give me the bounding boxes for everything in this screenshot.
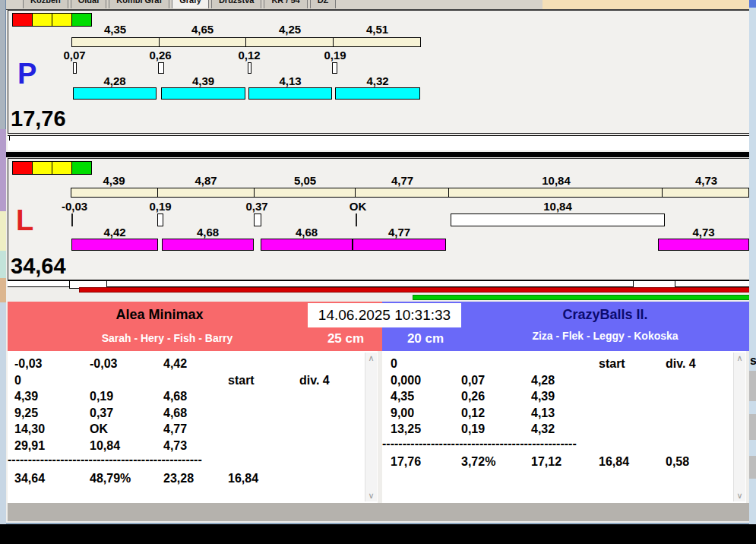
bottom-value: 4,13 — [279, 74, 301, 87]
tab-kr-54[interactable]: KR / 54 — [264, 0, 307, 8]
indicator-lights-l — [13, 161, 92, 175]
bar-segment — [160, 38, 247, 46]
score-cell: 4,77 — [163, 422, 187, 436]
sliver-block — [749, 456, 756, 479]
tab-gr-fy[interactable]: Gráfy — [172, 0, 209, 8]
score-cell: 16,84 — [228, 472, 258, 485]
segment-value: 4,73 — [695, 174, 717, 187]
score-cell: 9,25 — [14, 406, 38, 420]
indicator-light — [52, 13, 72, 27]
sliver-block — [749, 0, 756, 8]
chevron-down-icon[interactable]: ∨ — [734, 491, 745, 501]
score-cell: 34,64 — [14, 472, 45, 485]
bottom-value: 4,68 — [296, 226, 318, 239]
scrollbar-left[interactable]: ∧ ∨ — [365, 353, 377, 501]
score-cell: -0,03 — [90, 357, 117, 371]
chevron-down-icon[interactable]: ∨ — [365, 491, 377, 501]
tab-dru-stv-[interactable]: Družstvá — [211, 0, 261, 8]
score-cell: 14,30 — [14, 422, 45, 436]
mid-value: 0,19 — [149, 200, 171, 213]
mid-value: 0,07 — [63, 49, 85, 62]
tick-marker — [73, 62, 77, 74]
track-mark — [9, 136, 10, 141]
mid-value: -0,03 — [62, 200, 87, 213]
tab-kombi-graf[interactable]: Kombi Graf — [109, 0, 169, 8]
scrollbar-right[interactable]: ∧ ∨ — [733, 353, 745, 501]
score-row: 4,350,264,39 — [382, 390, 732, 406]
tick-marker — [157, 213, 163, 226]
score-cell: start — [228, 374, 255, 387]
bar-segment — [71, 188, 158, 197]
indicator-light — [52, 161, 72, 175]
tick-marker — [356, 213, 357, 226]
score-row: 0startdiv. 4 — [382, 357, 732, 373]
tab-oldal[interactable]: Oldal — [71, 0, 107, 8]
score-cell: 9,00 — [391, 406, 414, 420]
team-left-distance: 25 cm — [312, 331, 380, 346]
mid-value: 0,12 — [238, 49, 260, 62]
red-progress-bar — [79, 287, 751, 293]
segment-value: 10,84 — [542, 174, 571, 187]
score-list-right[interactable]: 0startdiv. 40,0000,074,284,350,264,399,0… — [382, 351, 746, 503]
team-left-players: Sarah - Hery - Fish - Barry — [8, 332, 327, 344]
team-left-title: Alea Minimax — [8, 307, 312, 323]
slider-track[interactable] — [8, 280, 749, 287]
tab-d-[interactable]: DŽ — [310, 0, 337, 8]
green-progress-bar — [413, 295, 751, 300]
measure-bar — [73, 87, 157, 100]
score-cell: 3,72% — [461, 455, 495, 469]
score-cell: 0,58 — [666, 455, 689, 469]
bottom-value: 4,73 — [692, 226, 714, 239]
bottom-value: 4,32 — [366, 74, 388, 87]
panel-divider — [6, 152, 751, 157]
sliver-letter: s — [750, 354, 756, 368]
score-cell: 4,39 — [14, 390, 38, 403]
score-cell: 4,42 — [163, 357, 187, 371]
score-cell: 4,68 — [163, 406, 187, 420]
score-cell: 4,39 — [531, 390, 555, 403]
score-row: 14,30OK4,77 — [8, 422, 364, 438]
chevron-up-icon[interactable]: ∧ — [365, 353, 377, 363]
score-cell: start — [599, 357, 625, 371]
bar-segment — [255, 188, 356, 197]
score-cell: 0,07 — [461, 374, 485, 387]
segment-value: 4,65 — [191, 23, 214, 36]
bar-segment — [663, 188, 748, 197]
score-cell: 17,76 — [391, 455, 421, 469]
bar-segment — [356, 188, 449, 197]
segment-value: 4,35 — [104, 23, 126, 36]
segment-value: 4,77 — [391, 174, 413, 187]
score-list-left[interactable]: -0,03-0,034,420startdiv. 44,390,194,689,… — [8, 351, 378, 503]
bottom-value: 4,39 — [192, 74, 214, 87]
panel-p: P 17,76 4,354,654,254,510,070,260,120,19… — [8, 10, 750, 134]
score-cell: 4,68 — [163, 390, 187, 403]
indicator-lights-p — [13, 13, 92, 27]
desktop-black-area — [0, 524, 756, 544]
score-cell: 0,37 — [90, 406, 113, 420]
tick-marker — [158, 62, 164, 74]
bar-segment — [246, 38, 334, 46]
score-cell: 16,84 — [599, 455, 629, 469]
tick-marker — [332, 62, 337, 74]
score-row: -0,03-0,034,42 — [8, 357, 364, 373]
indicator-light — [71, 161, 92, 175]
score-cell: 0,19 — [90, 390, 113, 403]
bottom-value: 4,42 — [103, 226, 125, 239]
score-row: 17,763,72%17,1216,840,58 — [382, 455, 732, 471]
indicator-light — [32, 13, 52, 27]
score-cell: 10,84 — [90, 439, 120, 453]
chevron-up-icon[interactable]: ∧ — [734, 353, 745, 363]
score-cell: 4,13 — [531, 406, 555, 420]
sliver-block — [749, 414, 756, 440]
panel-l-total: 34,64 — [11, 255, 66, 277]
tab-k-zben[interactable]: Közben — [23, 0, 68, 8]
score-cell: 0,12 — [461, 406, 485, 420]
score-cell: OK — [90, 422, 108, 436]
indicator-light — [12, 13, 33, 27]
mid-value: 0,26 — [149, 49, 171, 62]
measure-bar — [71, 239, 158, 251]
segment-value: 4,25 — [279, 23, 301, 36]
screen: KözbenOldalKombi GrafGráfyDružstváKR / 5… — [0, 0, 756, 544]
score-cell: 4,32 — [531, 422, 555, 436]
sliver-block — [749, 371, 756, 401]
